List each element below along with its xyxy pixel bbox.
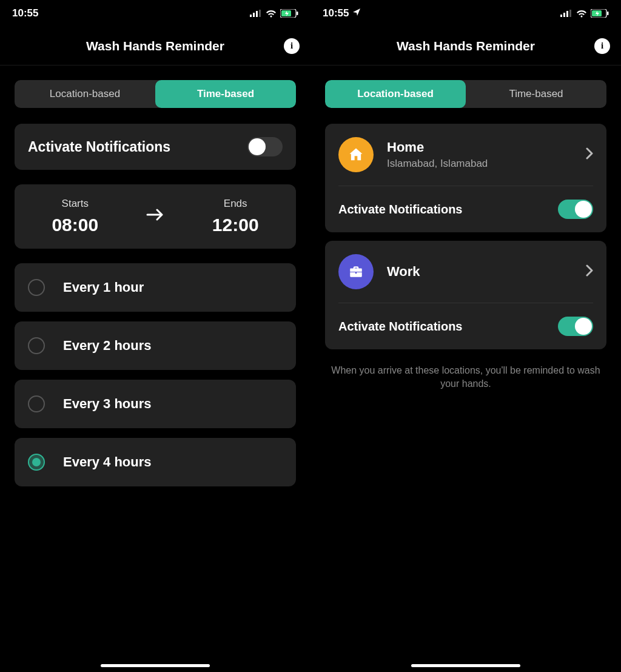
status-bar: 10:55 bbox=[0, 0, 310, 27]
signal-icon bbox=[250, 10, 262, 17]
tab-time-based[interactable]: Time-based bbox=[155, 80, 296, 108]
segmented-control: Location-based Time-based bbox=[15, 80, 296, 108]
hint-text: When you arrive at these locations, you'… bbox=[325, 364, 606, 391]
location-row-home[interactable]: Home Islamabad, Islamabad bbox=[325, 124, 606, 186]
end-time[interactable]: Ends 12:00 bbox=[212, 198, 259, 235]
frequency-label: Every 2 hours bbox=[63, 338, 152, 354]
location-name: Home bbox=[387, 139, 488, 155]
home-indicator[interactable] bbox=[101, 664, 210, 667]
location-work-toggle[interactable] bbox=[558, 317, 593, 336]
location-services-icon bbox=[352, 7, 361, 19]
svg-rect-7 bbox=[560, 15, 562, 17]
activate-notifications-label: Activate Notifications bbox=[338, 203, 462, 217]
arrow-right-icon bbox=[146, 207, 164, 226]
home-icon bbox=[338, 137, 374, 172]
info-button[interactable]: i bbox=[284, 38, 300, 54]
wifi-icon bbox=[576, 10, 587, 18]
wifi-icon bbox=[266, 10, 277, 18]
tab-time-based[interactable]: Time-based bbox=[466, 80, 606, 108]
activate-notifications-label: Activate Notifications bbox=[338, 320, 462, 334]
location-name: Work bbox=[387, 264, 420, 280]
starts-value: 08:00 bbox=[52, 215, 98, 235]
frequency-option-2h[interactable]: Every 2 hours bbox=[15, 321, 296, 370]
svg-rect-9 bbox=[566, 11, 568, 17]
screen-time-based: 10:55 Wash Hands Reminder i Location-bas… bbox=[0, 0, 310, 672]
ends-label: Ends bbox=[212, 198, 259, 210]
svg-rect-3 bbox=[259, 10, 261, 17]
tab-location-based[interactable]: Location-based bbox=[325, 80, 466, 108]
work-icon bbox=[338, 254, 374, 289]
svg-rect-2 bbox=[256, 11, 258, 17]
frequency-option-1h[interactable]: Every 1 hour bbox=[15, 263, 296, 312]
status-bar: 10:55 bbox=[310, 0, 621, 27]
status-time: 10:55 bbox=[12, 7, 38, 19]
activate-notifications-toggle[interactable] bbox=[247, 137, 283, 156]
starts-label: Starts bbox=[52, 198, 98, 210]
segmented-control: Location-based Time-based bbox=[325, 80, 606, 108]
frequency-label: Every 1 hour bbox=[63, 280, 144, 295]
svg-rect-10 bbox=[569, 10, 571, 17]
activate-notifications-card: Activate Notifications bbox=[15, 124, 296, 170]
radio-icon bbox=[28, 279, 45, 296]
signal-icon bbox=[560, 10, 572, 17]
frequency-option-4h[interactable]: Every 4 hours bbox=[15, 438, 296, 486]
activate-notifications-label: Activate Notifications bbox=[28, 139, 170, 155]
time-range-card[interactable]: Starts 08:00 Ends 12:00 bbox=[15, 184, 296, 249]
svg-rect-13 bbox=[607, 12, 609, 15]
page-header: Wash Hands Reminder i bbox=[0, 27, 310, 66]
ends-value: 12:00 bbox=[212, 215, 259, 235]
radio-icon bbox=[28, 454, 45, 471]
chevron-right-icon bbox=[586, 147, 593, 162]
page-header: Wash Hands Reminder i bbox=[310, 27, 621, 66]
battery-icon bbox=[280, 9, 298, 18]
info-button[interactable]: i bbox=[594, 38, 610, 54]
location-card-work: Work Activate Notifications bbox=[325, 241, 606, 349]
status-time: 10:55 bbox=[323, 7, 349, 19]
svg-rect-8 bbox=[563, 13, 565, 17]
page-title: Wash Hands Reminder bbox=[86, 39, 224, 53]
tab-location-based[interactable]: Location-based bbox=[15, 80, 155, 108]
frequency-option-3h[interactable]: Every 3 hours bbox=[15, 380, 296, 428]
frequency-list: Every 1 hour Every 2 hours Every 3 hours… bbox=[15, 263, 296, 486]
frequency-label: Every 4 hours bbox=[63, 454, 152, 470]
screen-location-based: 10:55 Wash Hands Reminder i Location-bas… bbox=[310, 0, 621, 672]
start-time[interactable]: Starts 08:00 bbox=[52, 198, 98, 235]
radio-icon bbox=[28, 337, 45, 354]
chevron-right-icon bbox=[586, 264, 593, 279]
radio-icon bbox=[28, 395, 45, 412]
location-row-work[interactable]: Work bbox=[325, 241, 606, 303]
page-title: Wash Hands Reminder bbox=[397, 39, 535, 53]
battery-icon bbox=[591, 9, 609, 18]
svg-rect-0 bbox=[250, 15, 252, 17]
svg-rect-1 bbox=[253, 13, 255, 17]
frequency-label: Every 3 hours bbox=[63, 396, 152, 412]
location-home-toggle[interactable] bbox=[558, 200, 593, 219]
svg-rect-6 bbox=[297, 12, 298, 15]
location-card-home: Home Islamabad, Islamabad Activate Notif… bbox=[325, 124, 606, 232]
location-sub: Islamabad, Islamabad bbox=[387, 158, 488, 170]
home-indicator[interactable] bbox=[411, 664, 520, 667]
